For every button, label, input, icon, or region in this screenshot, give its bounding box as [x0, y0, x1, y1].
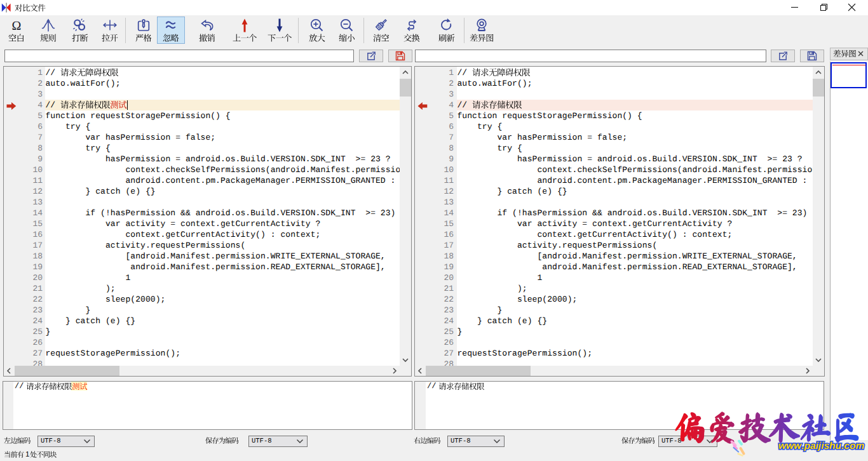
svg-text:Ω: Ω — [11, 19, 21, 33]
svg-text:www.paijishu.com: www.paijishu.com — [778, 441, 864, 451]
